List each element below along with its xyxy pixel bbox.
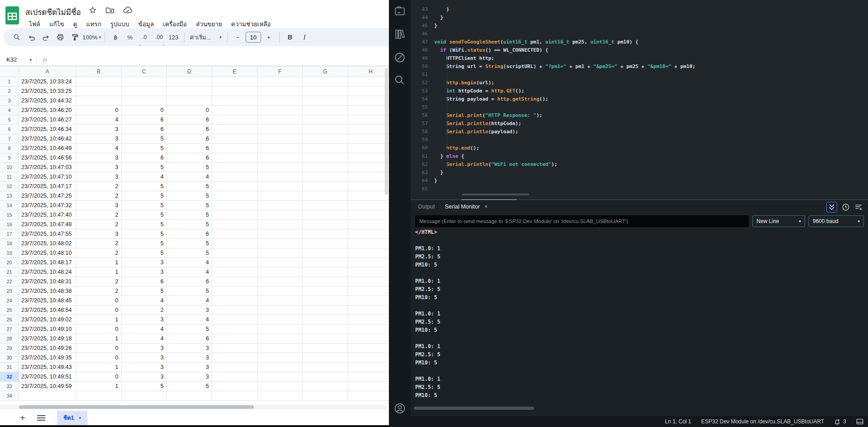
cell-H4[interactable] xyxy=(348,106,389,115)
cell-G27[interactable] xyxy=(303,325,348,334)
cell-F28[interactable] xyxy=(257,334,303,344)
cell-D14[interactable]: 5 xyxy=(167,201,212,210)
code-line-48[interactable]: 48 if (WiFi.status() == WL_CONNECTED) { xyxy=(411,46,548,54)
row-header-32[interactable]: 32 xyxy=(0,372,19,382)
row-header-10[interactable]: 10 xyxy=(0,163,19,172)
cell-B26[interactable]: 1 xyxy=(76,315,121,325)
cell-H26[interactable] xyxy=(348,315,389,325)
row-header-11[interactable]: 11 xyxy=(0,172,19,182)
code-line-47[interactable]: 47void sendToGoogleSheet(uint16_t pm1, u… xyxy=(411,38,638,46)
cell-G3[interactable] xyxy=(303,96,348,106)
cell-E25[interactable] xyxy=(212,306,257,315)
cell-D16[interactable]: 5 xyxy=(167,220,212,229)
cell-H25[interactable] xyxy=(348,306,389,315)
column-header-C[interactable]: C xyxy=(121,66,167,77)
cell-C23[interactable]: 5 xyxy=(121,286,167,296)
cell-C5[interactable]: 6 xyxy=(121,115,167,125)
cell-E7[interactable] xyxy=(212,134,257,144)
cell-G9[interactable] xyxy=(303,153,348,163)
row-header-25[interactable]: 25 xyxy=(0,306,19,315)
code-line-56[interactable]: 56 Serial.print("HTTP Response: "); xyxy=(411,112,542,120)
cell-B9[interactable]: 3 xyxy=(76,153,121,163)
cell-A14[interactable]: 23/7/2025, 10:47:32 xyxy=(19,201,76,210)
cell-H33[interactable] xyxy=(348,382,389,391)
cell-B18[interactable]: 2 xyxy=(76,239,121,248)
cell-C31[interactable]: 3 xyxy=(121,363,167,372)
cell-A15[interactable]: 23/7/2025, 10:47:40 xyxy=(19,210,76,220)
cell-C7[interactable]: 5 xyxy=(121,134,167,144)
redo-icon[interactable] xyxy=(39,30,53,44)
code-line-43[interactable]: 43 } xyxy=(411,5,449,14)
cell-H34[interactable] xyxy=(348,391,389,401)
cell-C18[interactable]: 5 xyxy=(121,239,167,248)
code-line-52[interactable]: 52 http.begin(url); xyxy=(411,79,494,87)
cell-E6[interactable] xyxy=(212,125,257,134)
cell-H6[interactable] xyxy=(348,125,389,134)
cell-F25[interactable] xyxy=(257,306,303,315)
cell-A3[interactable]: 23/7/2025, 10:44:32 xyxy=(19,96,76,106)
cell-B19[interactable]: 2 xyxy=(76,248,121,258)
cell-H19[interactable] xyxy=(348,248,389,258)
row-header-9[interactable]: 9 xyxy=(0,153,19,163)
cell-D5[interactable]: 6 xyxy=(167,115,212,125)
cell-A34[interactable] xyxy=(19,391,76,401)
row-header-3[interactable]: 3 xyxy=(0,96,19,106)
cell-C12[interactable]: 5 xyxy=(121,182,167,191)
cell-B6[interactable]: 3 xyxy=(76,125,121,134)
cell-F26[interactable] xyxy=(257,315,303,325)
font-size-input[interactable]: 10 xyxy=(246,32,261,43)
cell-A28[interactable]: 23/7/2025, 10:49:18 xyxy=(19,334,76,344)
code-line-64[interactable]: 64} xyxy=(411,177,437,185)
cell-C17[interactable]: 5 xyxy=(121,229,167,239)
code-line-51[interactable]: 51 xyxy=(411,71,434,79)
cell-B1[interactable] xyxy=(76,77,121,87)
column-header-E[interactable]: E xyxy=(212,66,257,77)
code-line-45[interactable]: 45} xyxy=(411,22,437,30)
cell-D33[interactable]: 5 xyxy=(167,382,212,391)
cell-B14[interactable]: 3 xyxy=(76,201,121,210)
cell-E17[interactable] xyxy=(212,229,257,239)
cell-F18[interactable] xyxy=(257,239,303,248)
cell-F7[interactable] xyxy=(257,134,303,144)
cell-C25[interactable]: 2 xyxy=(121,306,167,315)
vertical-scrollbar[interactable] xyxy=(385,68,388,195)
cell-F20[interactable] xyxy=(257,258,303,267)
cell-B34[interactable] xyxy=(76,391,121,401)
cell-A31[interactable]: 23/7/2025, 10:49:43 xyxy=(19,363,76,372)
code-line-53[interactable]: 53 int httpCode = http.GET(); xyxy=(411,87,524,95)
cell-H23[interactable] xyxy=(348,286,389,296)
cell-A4[interactable]: 23/7/2025, 10:46:20 xyxy=(19,106,76,115)
row-header-1[interactable]: 1 xyxy=(0,77,19,87)
row-header-15[interactable]: 15 xyxy=(0,210,19,220)
cell-D3[interactable] xyxy=(167,96,212,106)
cell-G32[interactable] xyxy=(303,372,348,382)
row-header-18[interactable]: 18 xyxy=(0,239,19,248)
cell-C13[interactable]: 5 xyxy=(121,191,167,201)
cell-F33[interactable] xyxy=(257,382,303,391)
baud-rate-select[interactable]: 9600 baud▾ xyxy=(809,215,864,227)
cell-C22[interactable]: 6 xyxy=(121,277,167,286)
name-box[interactable]: K32▾ xyxy=(0,56,36,63)
cell-D8[interactable]: 6 xyxy=(167,144,212,153)
increase-decimal-button[interactable]: .00→ xyxy=(152,30,166,44)
cell-A22[interactable]: 23/7/2025, 10:48:31 xyxy=(19,277,76,286)
cell-D32[interactable]: 3 xyxy=(167,372,212,382)
row-header-23[interactable]: 23 xyxy=(0,286,19,296)
print-icon[interactable] xyxy=(53,30,67,44)
cell-E4[interactable] xyxy=(212,106,257,115)
code-line-65[interactable]: 65 xyxy=(411,185,434,193)
cell-H24[interactable] xyxy=(348,296,389,306)
cell-H21[interactable] xyxy=(348,267,389,277)
cell-B27[interactable]: 0 xyxy=(76,325,121,334)
cell-D17[interactable]: 6 xyxy=(167,229,212,239)
cell-B7[interactable]: 3 xyxy=(76,134,121,144)
cell-D29[interactable]: 3 xyxy=(167,344,212,353)
row-header-24[interactable]: 24 xyxy=(0,296,19,306)
cell-C20[interactable]: 3 xyxy=(121,258,167,267)
cell-E12[interactable] xyxy=(212,182,257,191)
cell-G30[interactable] xyxy=(303,353,348,363)
cell-D21[interactable]: 4 xyxy=(167,267,212,277)
cell-B23[interactable]: 2 xyxy=(76,286,121,296)
cell-F9[interactable] xyxy=(257,153,303,163)
cell-E10[interactable] xyxy=(212,163,257,172)
